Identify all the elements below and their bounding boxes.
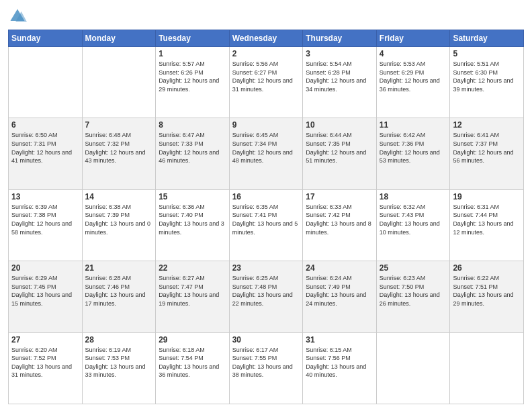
day-number: 24 [306,263,373,273]
calendar-cell: 4Sunrise: 5:53 AM Sunset: 6:29 PM Daylig… [376,47,450,118]
calendar-cell [82,47,156,118]
day-number: 16 [232,192,300,201]
day-info: Sunrise: 6:20 AM Sunset: 7:52 PM Dayligh… [11,346,79,379]
day-info: Sunrise: 6:24 AM Sunset: 7:49 PM Dayligh… [306,274,373,308]
day-info: Sunrise: 5:56 AM Sunset: 6:27 PM Dayligh… [232,60,300,93]
day-number: 18 [380,192,447,201]
day-number: 21 [85,263,153,273]
calendar-cell: 30Sunrise: 6:17 AM Sunset: 7:55 PM Dayli… [229,332,303,404]
day-number: 22 [159,263,226,273]
calendar-week-4: 20Sunrise: 6:29 AM Sunset: 7:45 PM Dayli… [9,261,524,332]
day-info: Sunrise: 6:28 AM Sunset: 7:46 PM Dayligh… [85,274,153,308]
weekday-header-tuesday: Tuesday [156,30,230,47]
calendar-cell: 26Sunrise: 6:22 AM Sunset: 7:51 PM Dayli… [450,261,524,332]
calendar-cell: 13Sunrise: 6:39 AM Sunset: 7:38 PM Dayli… [9,189,83,261]
logo-icon [8,7,27,26]
calendar-table: SundayMondayTuesdayWednesdayThursdayFrid… [8,30,524,404]
calendar-body: 1Sunrise: 5:57 AM Sunset: 6:26 PM Daylig… [9,47,524,404]
weekday-header-monday: Monday [82,30,156,47]
calendar-week-5: 27Sunrise: 6:20 AM Sunset: 7:52 PM Dayli… [9,332,524,404]
calendar-cell: 27Sunrise: 6:20 AM Sunset: 7:52 PM Dayli… [9,332,83,404]
day-number: 29 [159,335,226,345]
day-number: 11 [380,120,447,130]
day-number: 5 [453,49,521,58]
day-info: Sunrise: 6:36 AM Sunset: 7:40 PM Dayligh… [159,203,226,236]
day-number: 26 [453,263,521,273]
calendar-cell: 11Sunrise: 6:42 AM Sunset: 7:36 PM Dayli… [376,118,450,189]
calendar-week-3: 13Sunrise: 6:39 AM Sunset: 7:38 PM Dayli… [9,189,524,261]
calendar-cell: 10Sunrise: 6:44 AM Sunset: 7:35 PM Dayli… [303,118,377,189]
day-number: 2 [232,49,300,58]
day-info: Sunrise: 6:50 AM Sunset: 7:31 PM Dayligh… [11,131,79,165]
day-info: Sunrise: 6:15 AM Sunset: 7:56 PM Dayligh… [306,346,373,379]
calendar-cell: 5Sunrise: 5:51 AM Sunset: 6:30 PM Daylig… [450,47,524,118]
calendar-cell: 21Sunrise: 6:28 AM Sunset: 7:46 PM Dayli… [82,261,156,332]
day-info: Sunrise: 6:42 AM Sunset: 7:36 PM Dayligh… [380,131,447,165]
day-info: Sunrise: 6:29 AM Sunset: 7:45 PM Dayligh… [11,274,79,308]
day-number: 27 [11,335,79,345]
calendar-cell: 19Sunrise: 6:31 AM Sunset: 7:44 PM Dayli… [450,189,524,261]
calendar-cell: 22Sunrise: 6:27 AM Sunset: 7:47 PM Dayli… [156,261,230,332]
calendar-cell: 2Sunrise: 5:56 AM Sunset: 6:27 PM Daylig… [229,47,303,118]
day-info: Sunrise: 6:33 AM Sunset: 7:42 PM Dayligh… [306,203,373,236]
calendar-cell: 25Sunrise: 6:23 AM Sunset: 7:50 PM Dayli… [376,261,450,332]
calendar-cell: 24Sunrise: 6:24 AM Sunset: 7:49 PM Dayli… [303,261,377,332]
day-info: Sunrise: 6:48 AM Sunset: 7:32 PM Dayligh… [85,131,153,165]
day-number: 9 [232,120,300,130]
calendar-cell: 29Sunrise: 6:18 AM Sunset: 7:54 PM Dayli… [156,332,230,404]
day-info: Sunrise: 6:35 AM Sunset: 7:41 PM Dayligh… [232,203,300,236]
day-info: Sunrise: 6:23 AM Sunset: 7:50 PM Dayligh… [380,274,447,308]
day-info: Sunrise: 6:32 AM Sunset: 7:43 PM Dayligh… [380,203,447,236]
calendar-week-2: 6Sunrise: 6:50 AM Sunset: 7:31 PM Daylig… [9,118,524,189]
page: SundayMondayTuesdayWednesdayThursdayFrid… [0,0,532,411]
day-info: Sunrise: 6:18 AM Sunset: 7:54 PM Dayligh… [159,346,226,379]
weekday-header-wednesday: Wednesday [229,30,303,47]
calendar-header-row: SundayMondayTuesdayWednesdayThursdayFrid… [9,30,524,47]
day-number: 31 [306,335,373,345]
day-number: 23 [232,263,300,273]
weekday-header-thursday: Thursday [303,30,377,47]
day-info: Sunrise: 6:27 AM Sunset: 7:47 PM Dayligh… [159,274,226,308]
day-info: Sunrise: 5:57 AM Sunset: 6:26 PM Dayligh… [159,60,226,93]
calendar-cell [9,47,83,118]
calendar-cell: 8Sunrise: 6:47 AM Sunset: 7:33 PM Daylig… [156,118,230,189]
calendar-cell: 1Sunrise: 5:57 AM Sunset: 6:26 PM Daylig… [156,47,230,118]
weekday-header-sunday: Sunday [9,30,83,47]
day-info: Sunrise: 6:41 AM Sunset: 7:37 PM Dayligh… [453,131,521,165]
calendar-cell: 7Sunrise: 6:48 AM Sunset: 7:32 PM Daylig… [82,118,156,189]
day-info: Sunrise: 5:51 AM Sunset: 6:30 PM Dayligh… [453,60,521,93]
day-number: 8 [159,120,226,130]
day-number: 28 [85,335,153,345]
day-number: 1 [159,49,226,58]
day-number: 17 [306,192,373,201]
day-number: 6 [11,120,79,130]
weekday-header-friday: Friday [376,30,450,47]
calendar-cell: 23Sunrise: 6:25 AM Sunset: 7:48 PM Dayli… [229,261,303,332]
day-number: 4 [380,49,447,58]
day-number: 25 [380,263,447,273]
day-info: Sunrise: 6:38 AM Sunset: 7:39 PM Dayligh… [85,203,153,236]
calendar-cell: 12Sunrise: 6:41 AM Sunset: 7:37 PM Dayli… [450,118,524,189]
day-number: 20 [11,263,79,273]
day-info: Sunrise: 6:17 AM Sunset: 7:55 PM Dayligh… [232,346,300,379]
day-number: 10 [306,120,373,130]
calendar-cell: 18Sunrise: 6:32 AM Sunset: 7:43 PM Dayli… [376,189,450,261]
day-info: Sunrise: 6:25 AM Sunset: 7:48 PM Dayligh… [232,274,300,308]
calendar-cell: 6Sunrise: 6:50 AM Sunset: 7:31 PM Daylig… [9,118,83,189]
day-number: 12 [453,120,521,130]
day-number: 7 [85,120,153,130]
calendar-cell: 20Sunrise: 6:29 AM Sunset: 7:45 PM Dayli… [9,261,83,332]
weekday-header-saturday: Saturday [450,30,524,47]
day-info: Sunrise: 5:54 AM Sunset: 6:28 PM Dayligh… [306,60,373,93]
header [8,7,524,26]
day-number: 13 [11,192,79,201]
day-number: 19 [453,192,521,201]
calendar-cell: 3Sunrise: 5:54 AM Sunset: 6:28 PM Daylig… [303,47,377,118]
calendar-cell [450,332,524,404]
day-info: Sunrise: 5:53 AM Sunset: 6:29 PM Dayligh… [380,60,447,93]
calendar-cell [376,332,450,404]
day-info: Sunrise: 6:31 AM Sunset: 7:44 PM Dayligh… [453,203,521,236]
day-info: Sunrise: 6:22 AM Sunset: 7:51 PM Dayligh… [453,274,521,308]
day-number: 3 [306,49,373,58]
calendar-cell: 31Sunrise: 6:15 AM Sunset: 7:56 PM Dayli… [303,332,377,404]
